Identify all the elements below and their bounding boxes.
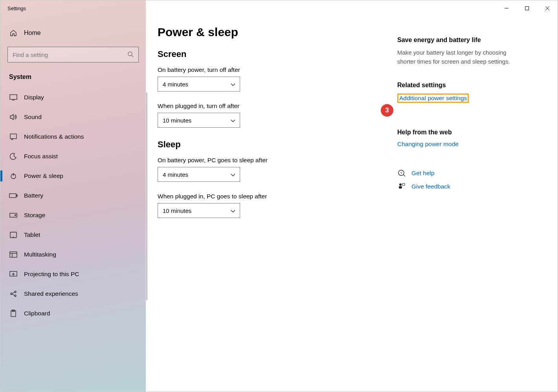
chevron-down-icon [230, 171, 236, 178]
display-icon [9, 93, 18, 102]
feedback-icon [397, 182, 406, 191]
annotation-badge-3: 3 [381, 104, 393, 117]
svg-rect-33 [402, 183, 405, 185]
svg-line-5 [132, 55, 133, 57]
svg-rect-12 [17, 195, 17, 196]
clipboard-icon [9, 309, 18, 318]
nav-label: Multitasking [24, 251, 56, 258]
sidebar-item-notifications[interactable]: Notifications & actions [0, 127, 146, 147]
svg-point-24 [15, 295, 16, 297]
svg-line-26 [12, 294, 15, 295]
svg-point-14 [15, 215, 16, 216]
sidebar-home[interactable]: Home [0, 24, 146, 44]
energy-heading: Save energy and battery life [397, 37, 515, 44]
energy-text: Make your battery last longer by choosin… [397, 48, 515, 66]
svg-rect-32 [399, 186, 402, 189]
nav-label: Clipboard [24, 310, 50, 317]
sidebar-item-tablet[interactable]: Tablet [0, 225, 146, 245]
nav-label: Battery [24, 192, 43, 199]
titlebar: Settings [0, 0, 558, 16]
svg-point-31 [399, 183, 402, 186]
screen-plugged-dropdown[interactable]: 10 minutes [158, 113, 240, 128]
nav-label: Shared experiences [24, 290, 78, 297]
svg-rect-1 [525, 7, 529, 10]
nav-label: Storage [24, 212, 45, 219]
sleep-plugged-label: When plugged in, PC goes to sleep after [158, 193, 385, 200]
screen-battery-label: On battery power, turn off after [158, 66, 385, 73]
changing-power-mode-link[interactable]: Changing power mode [397, 141, 459, 148]
chevron-down-icon [230, 207, 236, 214]
sidebar-item-battery[interactable]: Battery [0, 186, 146, 205]
nav-label: Projecting to this PC [24, 271, 79, 278]
tablet-icon [9, 231, 18, 239]
screen-battery-dropdown[interactable]: 4 minutes [158, 77, 240, 92]
sidebar-item-projecting[interactable]: Projecting to this PC [0, 264, 146, 284]
minimize-button[interactable] [496, 2, 517, 14]
sidebar-scrollbar[interactable] [146, 92, 147, 300]
nav-label: Notifications & actions [24, 133, 84, 140]
svg-text:?: ? [400, 171, 402, 175]
sidebar-item-focus-assist[interactable]: Focus assist [0, 147, 146, 166]
sidebar-item-multitasking[interactable]: Multitasking [0, 245, 146, 264]
sidebar-item-shared[interactable]: Shared experiences [0, 284, 146, 304]
help-heading: Help from the web [397, 129, 515, 136]
svg-rect-11 [9, 194, 16, 198]
nav-label: Power & sleep [24, 172, 63, 180]
dropdown-value: 4 minutes [163, 81, 188, 88]
search-input[interactable] [13, 51, 134, 58]
chevron-down-icon [230, 117, 236, 124]
svg-rect-6 [10, 95, 17, 99]
home-icon [9, 29, 18, 37]
search-box[interactable] [7, 47, 139, 62]
chevron-down-icon [230, 81, 236, 88]
sidebar-section-label: System [0, 70, 146, 88]
additional-power-settings-link[interactable]: Additional power settings [397, 93, 469, 103]
main-content: Power & sleep Screen On battery power, t… [158, 26, 385, 392]
dropdown-value: 4 minutes [163, 171, 188, 178]
storage-icon [9, 211, 18, 220]
moon-icon [9, 152, 18, 161]
get-help-icon: ? [397, 169, 406, 178]
sidebar-item-clipboard[interactable]: Clipboard [0, 304, 146, 323]
svg-line-25 [12, 292, 15, 293]
sidebar-item-power-sleep[interactable]: Power & sleep [0, 166, 146, 186]
maximize-button[interactable] [517, 2, 537, 14]
sidebar-item-sound[interactable]: Sound [0, 107, 146, 127]
nav-label: Display [24, 94, 44, 101]
aside-panel: Save energy and battery life Make your b… [397, 26, 515, 392]
battery-icon [9, 191, 18, 200]
home-label: Home [24, 29, 41, 37]
nav-label: Focus assist [24, 153, 58, 160]
sidebar: Home System Display Sound Notifications … [0, 16, 146, 392]
sidebar-item-storage[interactable]: Storage [0, 205, 146, 225]
svg-point-4 [128, 52, 132, 56]
power-icon [9, 172, 18, 180]
page-title: Power & sleep [158, 26, 385, 39]
give-feedback-link[interactable]: Give feedback [411, 183, 450, 190]
project-icon [9, 270, 18, 278]
close-button[interactable] [537, 2, 558, 14]
sleep-battery-dropdown[interactable]: 4 minutes [158, 167, 240, 182]
get-help-link[interactable]: Get help [411, 170, 435, 177]
nav-label: Sound [24, 114, 42, 121]
svg-point-23 [15, 291, 16, 293]
window-title: Settings [0, 5, 26, 11]
screen-heading: Screen [158, 49, 385, 59]
svg-rect-8 [10, 134, 17, 139]
sleep-heading: Sleep [158, 139, 385, 150]
multitasking-icon [9, 250, 18, 259]
screen-plugged-label: When plugged in, turn off after [158, 103, 385, 110]
sidebar-item-display[interactable]: Display [0, 88, 146, 107]
svg-point-22 [11, 293, 12, 295]
search-icon [127, 51, 134, 59]
nav-label: Tablet [24, 231, 40, 238]
related-heading: Related settings [397, 82, 515, 89]
dropdown-value: 10 minutes [163, 207, 191, 214]
sleep-battery-label: On battery power, PC goes to sleep after [158, 157, 385, 164]
sleep-plugged-dropdown[interactable]: 10 minutes [158, 203, 240, 218]
notifications-icon [9, 132, 18, 141]
svg-rect-17 [10, 252, 17, 257]
sound-icon [9, 113, 18, 121]
dropdown-value: 10 minutes [163, 117, 191, 124]
shared-icon [9, 289, 18, 298]
